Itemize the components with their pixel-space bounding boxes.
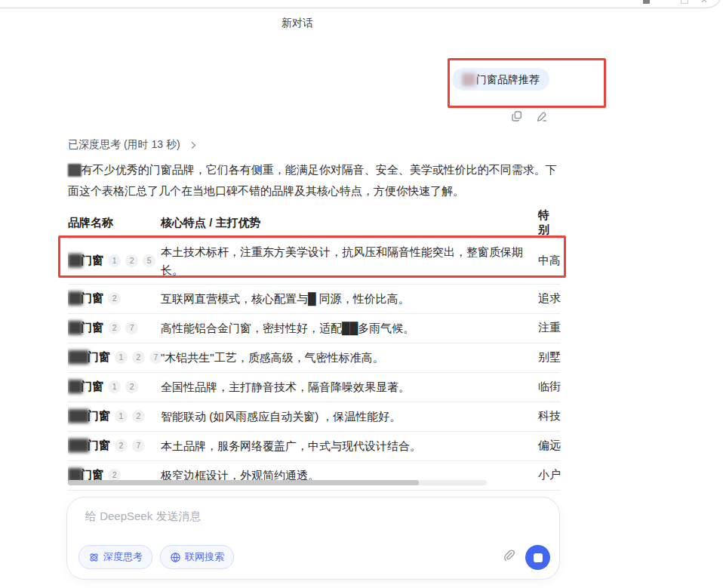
- web-search-toggle[interactable]: 联网搜索: [160, 545, 234, 569]
- brand-cell: ██门窗125: [68, 238, 161, 284]
- brand-suited: 临街: [538, 372, 560, 402]
- brand-suited: 偏远: [538, 431, 560, 460]
- user-message-bubble: ██门窗品牌推荐: [452, 68, 549, 91]
- col-header-features: 核心特点 / 主打优势: [161, 208, 538, 238]
- citation-badge[interactable]: 2: [108, 469, 121, 482]
- brand-suited: 科技: [538, 402, 560, 431]
- edit-icon[interactable]: [536, 110, 548, 122]
- redacted-city-text: ██: [462, 73, 474, 85]
- brand-features: 智能联动 (如风雨感应自动关窗) ，保温性能好。: [161, 402, 538, 431]
- stop-generating-button[interactable]: [525, 545, 550, 570]
- citation-badge[interactable]: 2: [132, 410, 145, 423]
- citation-badge[interactable]: 2: [125, 254, 138, 267]
- window-controls: ✕: [634, 0, 717, 6]
- redacted-brand-text: ██: [68, 321, 81, 334]
- citation-badge[interactable]: 2: [125, 380, 138, 393]
- citation-badges: 12: [103, 380, 138, 393]
- close-window-icon[interactable]: ✕: [700, 0, 708, 5]
- assistant-intro-text: 有不少优秀的门窗品牌，它们各有侧重，能满足你对隔音、安全、美学或性价比的不同需求…: [68, 163, 557, 197]
- brand-features: 高性能铝合金门窗，密封性好，适配██多雨气候。: [161, 313, 538, 343]
- chevron-right-icon: [189, 141, 198, 149]
- brand-name: 门窗: [88, 409, 110, 422]
- message-actions: [511, 110, 548, 122]
- brand-cell: ██门窗12: [68, 372, 161, 402]
- deep-think-summary-label: 已深度思考 (用时 13 秒): [68, 138, 180, 152]
- deep-think-summary-toggle[interactable]: 已深度思考 (用时 13 秒): [68, 138, 198, 152]
- citation-badge[interactable]: 5: [143, 254, 155, 267]
- brand-cell: ███门窗127: [68, 343, 161, 372]
- restore-window-icon[interactable]: [681, 0, 688, 4]
- brand-name: 门窗: [88, 350, 110, 363]
- brand-name: 门窗: [81, 291, 103, 304]
- table-scrollbar-thumb[interactable]: [68, 480, 419, 485]
- deep-think-toggle[interactable]: 深度思考: [78, 545, 152, 569]
- globe-icon: [170, 552, 181, 563]
- citation-badges: 2: [103, 291, 121, 304]
- brand-name: 门窗: [81, 468, 103, 481]
- table-row: ██门窗12 全国性品牌，主打静音技术，隔音降噪效果显著。 临街: [68, 372, 560, 402]
- brand-name: 门窗: [81, 254, 103, 266]
- table-row: ███门窗12 智能联动 (如风雨感应自动关窗) ，保温性能好。 科技: [68, 402, 560, 431]
- brand-features: 极窄边框设计，外观简约通透。: [161, 460, 538, 490]
- brand-suited: 注重: [538, 313, 560, 343]
- citation-badge[interactable]: 2: [132, 351, 145, 364]
- deep-think-toggle-label: 深度思考: [103, 550, 143, 564]
- table-row: ███门窗127 "木铝共生"工艺，质感高级，气密性标准高。 别墅: [68, 343, 560, 372]
- brand-cell: ██门窗2: [68, 460, 161, 490]
- citation-badge[interactable]: 7: [149, 351, 161, 364]
- citation-badge[interactable]: 2: [108, 322, 121, 334]
- table-scrollbar-track: [68, 480, 487, 485]
- table-row: ██门窗2 极窄边框设计，外观简约通透。 小户: [68, 460, 560, 490]
- deepthink-icon: [88, 552, 100, 563]
- toolbar-remnant-icon: [643, 0, 650, 4]
- citation-badge[interactable]: 2: [108, 292, 121, 305]
- redacted-brand-text: ██: [68, 291, 81, 304]
- brand-cell: ███门窗12: [68, 402, 161, 431]
- message-input[interactable]: [84, 508, 532, 537]
- redacted-brand-text: ██: [68, 468, 81, 481]
- citation-badges: 27: [110, 439, 145, 451]
- brand-name: 门窗: [88, 439, 110, 451]
- message-composer: 深度思考 联网搜索: [66, 497, 560, 580]
- citation-badges: 12: [110, 409, 145, 422]
- web-search-toggle-label: 联网搜索: [185, 550, 224, 564]
- redacted-brand-text: ███: [68, 439, 88, 451]
- brand-table: 品牌名称 核心特点 / 主打优势 特别 ██门窗125 本土技术标杆，注重东方美…: [68, 208, 560, 491]
- citation-badge[interactable]: 2: [115, 439, 128, 452]
- citation-badge[interactable]: 7: [132, 439, 145, 452]
- paperclip-icon[interactable]: [503, 550, 515, 562]
- redacted-brand-text: ██: [68, 380, 81, 393]
- brand-cell: ██门窗27: [68, 313, 161, 343]
- brand-suited: 小户: [538, 460, 560, 490]
- copy-icon[interactable]: [511, 110, 523, 122]
- col-header-brand: 品牌名称: [68, 208, 161, 238]
- table-row: ███门窗27 本土品牌，服务网络覆盖广，中式与现代设计结合。 偏远: [68, 431, 560, 460]
- redacted-city-text: ██: [68, 164, 80, 176]
- citation-badges: 27: [103, 321, 138, 334]
- citation-badges: 127: [110, 350, 161, 363]
- table-row: ██门窗125 本土技术标杆，注重东方美学设计，抗风压和隔音性能突出，整窗质保期…: [68, 238, 560, 284]
- composer-toggles: 深度思考 联网搜索: [78, 545, 234, 569]
- brand-name: 门窗: [81, 321, 103, 334]
- table-row: ██门窗27 高性能铝合金门窗，密封性好，适配██多雨气候。 注重: [68, 313, 560, 343]
- col-header-suited: 特别: [538, 208, 560, 238]
- brand-features: 本土品牌，服务网络覆盖广，中式与现代设计结合。: [161, 431, 538, 460]
- brand-table-body: ██门窗125 本土技术标杆，注重东方美学设计，抗风压和隔音性能突出，整窗质保期…: [68, 238, 560, 490]
- redacted-brand-text: ██: [68, 254, 81, 266]
- page-title: 新对话: [260, 17, 335, 30]
- citation-badge[interactable]: 7: [125, 322, 138, 334]
- table-header-row: 品牌名称 核心特点 / 主打优势 特别: [68, 208, 560, 238]
- citation-badge[interactable]: 1: [108, 254, 121, 267]
- brand-suited: 别墅: [538, 343, 560, 372]
- stop-icon: [534, 553, 543, 562]
- brand-features: "木铝共生"工艺，质感高级，气密性标准高。: [161, 343, 538, 372]
- citation-badge[interactable]: 1: [108, 380, 121, 393]
- brand-suited: 中高: [538, 238, 560, 284]
- brand-features: 全国性品牌，主打静音技术，隔音降噪效果显著。: [161, 372, 538, 402]
- citation-badge[interactable]: 1: [115, 351, 128, 364]
- brand-features: 本土技术标杆，注重东方美学设计，抗风压和隔音性能突出，整窗质保期长。: [161, 238, 538, 284]
- redacted-brand-text: ███: [68, 409, 88, 422]
- redacted-brand-text: ███: [68, 350, 88, 363]
- citation-badges: 125: [103, 254, 155, 266]
- citation-badge[interactable]: 1: [115, 410, 128, 423]
